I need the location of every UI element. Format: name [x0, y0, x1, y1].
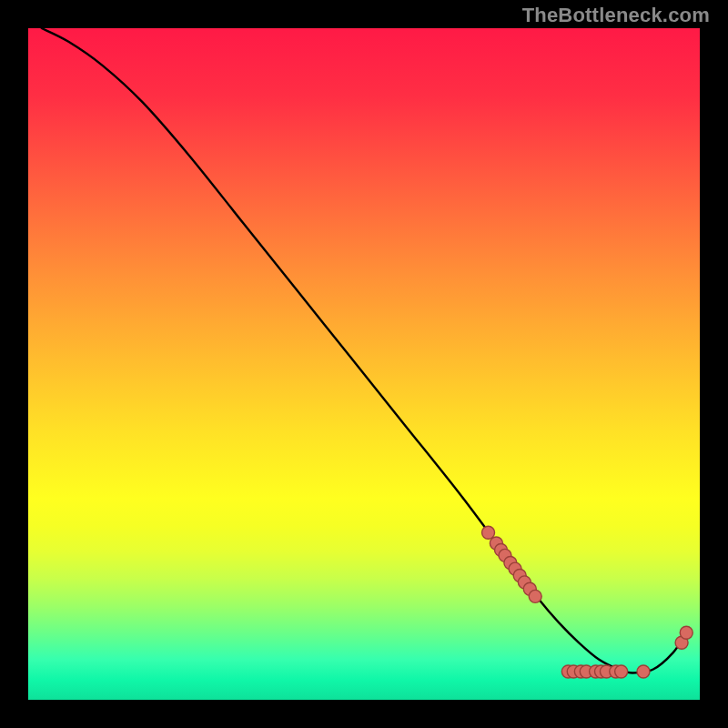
watermark-text: TheBottleneck.com — [522, 4, 710, 27]
chart-frame — [0, 0, 728, 728]
